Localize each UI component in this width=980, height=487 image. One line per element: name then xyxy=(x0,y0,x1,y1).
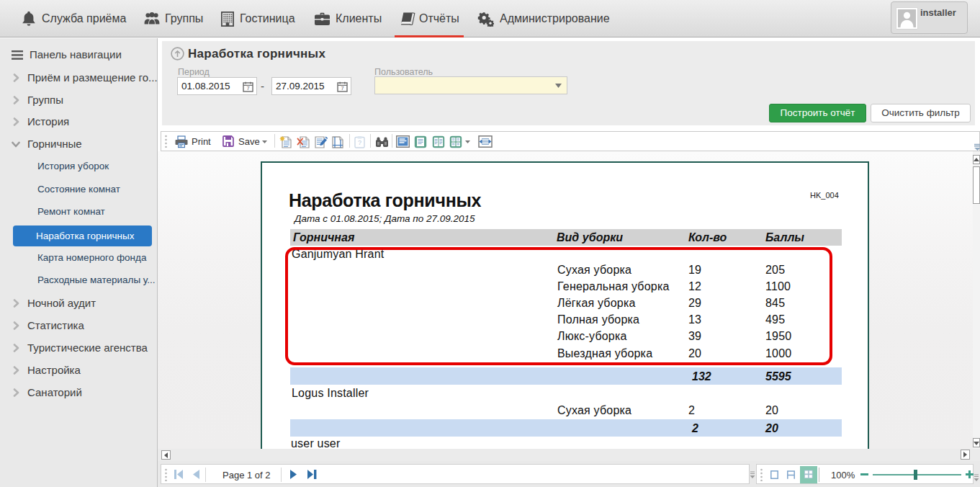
svg-text:7: 7 xyxy=(246,85,249,91)
svg-text:?: ? xyxy=(358,139,361,146)
svg-text:7: 7 xyxy=(341,85,343,91)
